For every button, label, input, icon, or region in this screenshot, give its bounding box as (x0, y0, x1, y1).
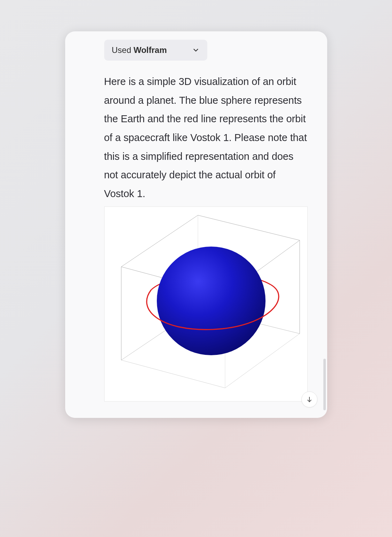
chevron-down-icon (192, 46, 200, 54)
svg-point-0 (157, 247, 266, 355)
tool-chip-label: Used Wolfram (112, 45, 167, 55)
tool-chip-prefix: Used (112, 45, 134, 55)
chat-message-card: Used Wolfram Here is a simple 3D visuali… (65, 31, 327, 418)
tool-chip-name: Wolfram (133, 45, 167, 55)
arrow-down-icon (306, 396, 313, 403)
tool-used-chip[interactable]: Used Wolfram (104, 40, 207, 61)
message-content: Used Wolfram Here is a simple 3D visuali… (85, 40, 308, 402)
scroll-to-bottom-button[interactable] (301, 391, 317, 407)
assistant-message-text: Here is a simple 3D visualization of an … (104, 72, 308, 203)
orbit-3d-plot (104, 207, 308, 402)
scrollbar-thumb[interactable] (323, 359, 326, 410)
